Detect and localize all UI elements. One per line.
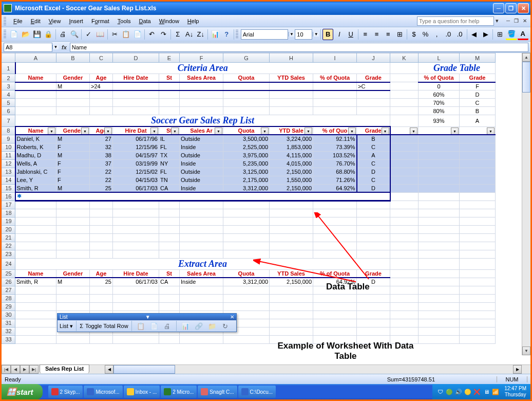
currency-icon[interactable]: $ bbox=[409, 29, 420, 40]
list-tool-icon[interactable]: 🖨 bbox=[162, 320, 173, 332]
row-header[interactable]: 1 bbox=[2, 63, 15, 74]
col-header[interactable]: I bbox=[313, 53, 357, 63]
row-header[interactable]: 31 bbox=[2, 319, 15, 327]
align-center-icon[interactable]: ≡ bbox=[371, 29, 382, 40]
row-header[interactable]: 24 bbox=[2, 258, 15, 269]
col-header[interactable]: B bbox=[56, 53, 90, 63]
col-header[interactable]: F bbox=[180, 53, 223, 63]
sum-icon[interactable]: Σ bbox=[173, 29, 183, 40]
font-name-dropdown-icon[interactable]: ▼ bbox=[289, 32, 295, 37]
col-header[interactable]: G bbox=[223, 53, 270, 63]
sort-desc-icon[interactable]: Z↓ bbox=[195, 29, 206, 40]
doc-minimize-button[interactable]: ─ bbox=[504, 17, 512, 25]
prev-tab-icon[interactable]: ◀ bbox=[11, 365, 20, 374]
col-header[interactable]: H bbox=[270, 53, 313, 63]
tray-icon[interactable]: 🛡 bbox=[436, 388, 444, 395]
undo-icon[interactable]: ↶ bbox=[146, 29, 157, 40]
font-name-select[interactable]: Arial bbox=[241, 29, 288, 40]
sheet-tab-nav[interactable]: |◀ ◀ ▶ ▶| bbox=[2, 365, 39, 374]
open-icon[interactable]: 📂 bbox=[20, 29, 31, 40]
toggle-total-row-button[interactable]: Toggle Total Row bbox=[85, 323, 128, 329]
taskbar-item[interactable]: 2 Skyp... bbox=[48, 386, 83, 398]
row-header[interactable]: 25 bbox=[2, 269, 15, 278]
formula-bar[interactable]: Name bbox=[70, 43, 528, 52]
name-box[interactable]: A8 bbox=[4, 43, 52, 52]
list-tool-icon[interactable]: 🔗 bbox=[193, 320, 204, 332]
row-header[interactable]: 6 bbox=[2, 107, 15, 115]
row-header[interactable]: 13 bbox=[2, 168, 15, 176]
row-header[interactable]: 12 bbox=[2, 159, 15, 168]
list-tool-icon[interactable]: 📁 bbox=[206, 320, 218, 332]
row-header[interactable]: 30 bbox=[2, 311, 15, 319]
list-tool-icon[interactable]: 📋 bbox=[135, 320, 146, 332]
row-header[interactable]: 28 bbox=[2, 294, 15, 302]
minimize-button[interactable]: ─ bbox=[493, 3, 504, 13]
taskbar-item[interactable]: C:\Docu... bbox=[238, 386, 276, 398]
row-header[interactable]: 2 bbox=[2, 74, 15, 82]
merge-icon[interactable]: ⊞ bbox=[394, 29, 405, 40]
list-floating-toolbar[interactable]: List▼✕ List ▾ Σ Toggle Total Row 📋 📄 🖨 📊… bbox=[57, 313, 237, 332]
row-header[interactable]: 29 bbox=[2, 302, 15, 311]
help-search-input[interactable] bbox=[417, 16, 494, 26]
menu-window[interactable]: Window bbox=[155, 17, 183, 25]
underline-button[interactable]: U bbox=[345, 29, 356, 40]
namebox-dropdown-icon[interactable]: ▼ bbox=[52, 45, 59, 49]
col-header[interactable]: C bbox=[90, 53, 113, 63]
doc-restore-button[interactable]: ❐ bbox=[512, 17, 520, 25]
font-size-dropdown-icon[interactable]: ▼ bbox=[313, 32, 319, 37]
menu-edit[interactable]: Edit bbox=[27, 17, 45, 25]
scroll-thumb[interactable] bbox=[113, 365, 175, 374]
increase-indent-icon[interactable]: ▶ bbox=[480, 29, 491, 40]
row-header[interactable]: 8 bbox=[2, 126, 15, 135]
scroll-right-icon[interactable]: ▶ bbox=[513, 365, 522, 374]
row-header[interactable]: 10 bbox=[2, 143, 15, 151]
comma-icon[interactable]: , bbox=[431, 29, 442, 40]
row-header[interactable]: 19 bbox=[2, 217, 15, 225]
scroll-thumb[interactable] bbox=[522, 62, 530, 93]
row-header[interactable]: 20 bbox=[2, 225, 15, 233]
percent-icon[interactable]: % bbox=[420, 29, 431, 40]
tray-icon[interactable]: 🟢 bbox=[446, 388, 453, 395]
list-toolbar-close-icon[interactable]: ✕ bbox=[230, 314, 234, 320]
scroll-left-icon[interactable]: ◀ bbox=[105, 365, 113, 374]
research-icon[interactable]: 📖 bbox=[94, 29, 105, 40]
copy-icon[interactable]: 📋 bbox=[121, 29, 131, 40]
row-header[interactable]: 18 bbox=[2, 209, 15, 217]
taskbar-item[interactable]: Inbox - ... bbox=[124, 386, 160, 398]
row-header[interactable]: 22 bbox=[2, 242, 15, 250]
tray-icon[interactable]: ❌ bbox=[473, 388, 481, 395]
col-header[interactable]: L bbox=[419, 53, 460, 63]
row-header[interactable]: 4 bbox=[2, 90, 15, 99]
menu-view[interactable]: View bbox=[45, 17, 65, 25]
grip-icon[interactable] bbox=[4, 17, 6, 25]
col-header[interactable]: J bbox=[357, 53, 390, 63]
fill-color-icon[interactable]: 🪣 bbox=[506, 29, 517, 40]
sigma-icon[interactable]: Σ bbox=[80, 323, 83, 329]
col-header[interactable]: M bbox=[460, 53, 496, 63]
row-header[interactable]: 11 bbox=[2, 151, 15, 159]
fx-icon[interactable]: fx bbox=[62, 44, 67, 50]
row-header[interactable]: 7 bbox=[2, 115, 15, 127]
increase-decimal-icon[interactable]: .0 bbox=[443, 29, 453, 40]
align-left-icon[interactable]: ≡ bbox=[360, 29, 371, 40]
menu-file[interactable]: File bbox=[9, 17, 27, 25]
tray-icon[interactable]: 🟡 bbox=[464, 388, 471, 395]
sort-asc-icon[interactable]: A↓ bbox=[184, 29, 195, 40]
col-header[interactable]: E bbox=[159, 53, 180, 63]
paste-icon[interactable]: 📄 bbox=[132, 29, 143, 40]
row-header[interactable]: 15 bbox=[2, 184, 15, 192]
print-icon[interactable]: 🖨 bbox=[58, 29, 68, 40]
font-color-icon[interactable]: A bbox=[518, 29, 528, 40]
vertical-scrollbar[interactable]: ▲ ▼ bbox=[522, 53, 530, 355]
italic-button[interactable]: I bbox=[334, 29, 345, 40]
row-header[interactable]: 16 bbox=[2, 192, 15, 200]
menu-format[interactable]: Format bbox=[87, 17, 113, 25]
help-dropdown-icon[interactable]: ▾ bbox=[496, 17, 501, 24]
list-menu-button[interactable]: List ▾ bbox=[60, 323, 73, 330]
list-toolbar-dropdown-icon[interactable]: ▼ bbox=[145, 314, 150, 320]
bold-button[interactable]: B bbox=[322, 29, 333, 40]
doc-close-button[interactable]: ✕ bbox=[521, 17, 528, 25]
start-button[interactable]: 🪟 start bbox=[2, 384, 43, 399]
help-icon[interactable]: ? bbox=[221, 29, 232, 40]
tray-icon[interactable]: 📶 bbox=[492, 388, 499, 395]
